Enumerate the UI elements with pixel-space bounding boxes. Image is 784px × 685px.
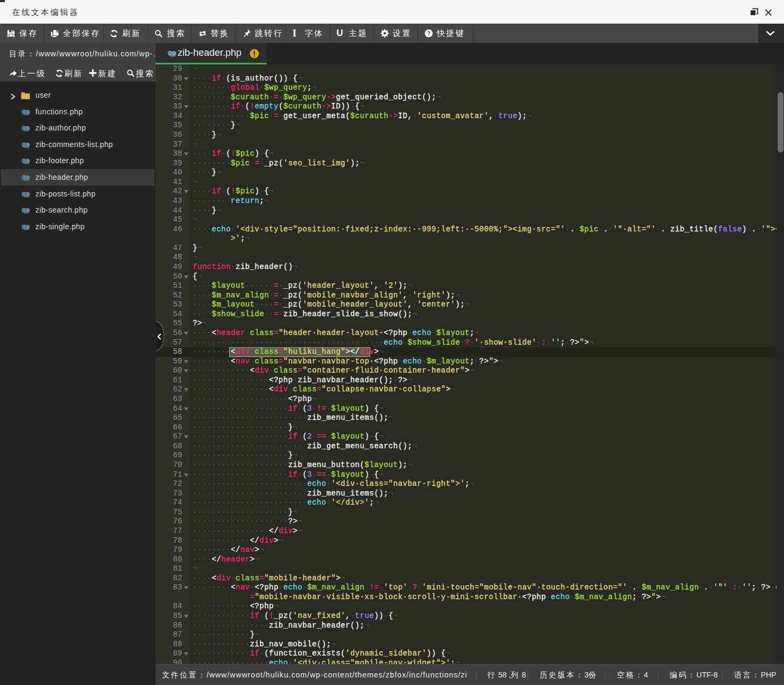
svg-text:?: ? [427,30,430,37]
